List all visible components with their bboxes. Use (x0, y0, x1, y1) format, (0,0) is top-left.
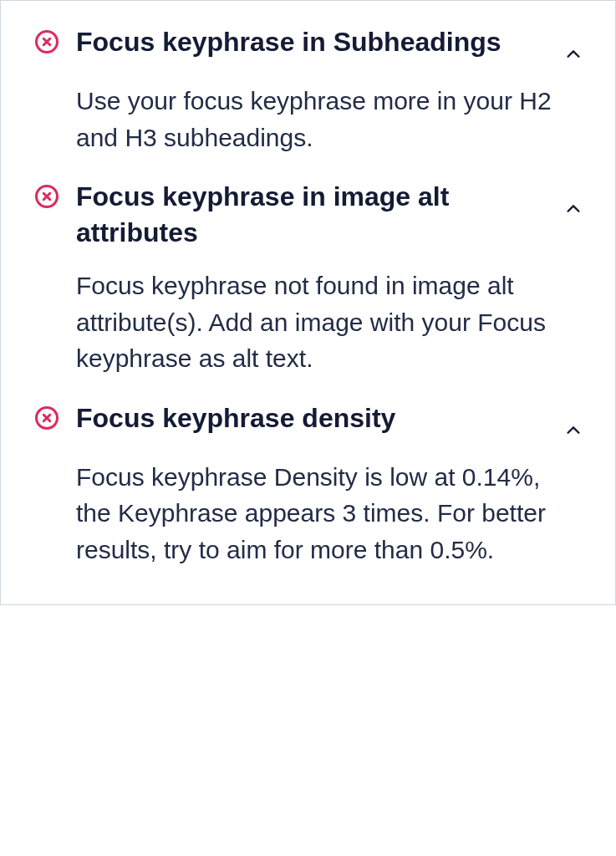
chevron-up-icon (562, 419, 585, 442)
analysis-item-header[interactable]: Focus keyphrase in image alt attributes (34, 179, 585, 251)
analysis-item-description: Focus keyphrase Density is low at 0.14%,… (76, 459, 568, 568)
chevron-up-icon (562, 197, 585, 221)
analysis-item-header[interactable]: Focus keyphrase in Subheadings (34, 24, 585, 66)
analysis-item-description: Use your focus keyphrase more in your H2… (76, 83, 568, 155)
analysis-item-title: Focus keyphrase density (76, 400, 545, 436)
error-icon (34, 29, 59, 54)
analysis-item-description: Focus keyphrase not found in image alt a… (76, 268, 568, 377)
analysis-item-body: Focus keyphrase not found in image alt a… (76, 268, 585, 377)
chevron-up-icon (562, 43, 585, 66)
error-icon (34, 184, 59, 209)
seo-analysis-panel: Focus keyphrase in Subheadings Use your … (0, 0, 616, 605)
analysis-item-title: Focus keyphrase in Subheadings (76, 24, 545, 60)
analysis-item-density: Focus keyphrase density Focus keyphrase … (1, 392, 615, 583)
error-icon (34, 405, 59, 431)
analysis-item-title: Focus keyphrase in image alt attributes (76, 179, 545, 251)
analysis-item-subheadings: Focus keyphrase in Subheadings Use your … (1, 16, 615, 171)
analysis-item-body: Focus keyphrase Density is low at 0.14%,… (76, 459, 585, 568)
analysis-item-header[interactable]: Focus keyphrase density (34, 400, 585, 442)
analysis-item-image-alt: Focus keyphrase in image alt attributes … (1, 171, 615, 392)
analysis-item-body: Use your focus keyphrase more in your H2… (76, 83, 585, 155)
